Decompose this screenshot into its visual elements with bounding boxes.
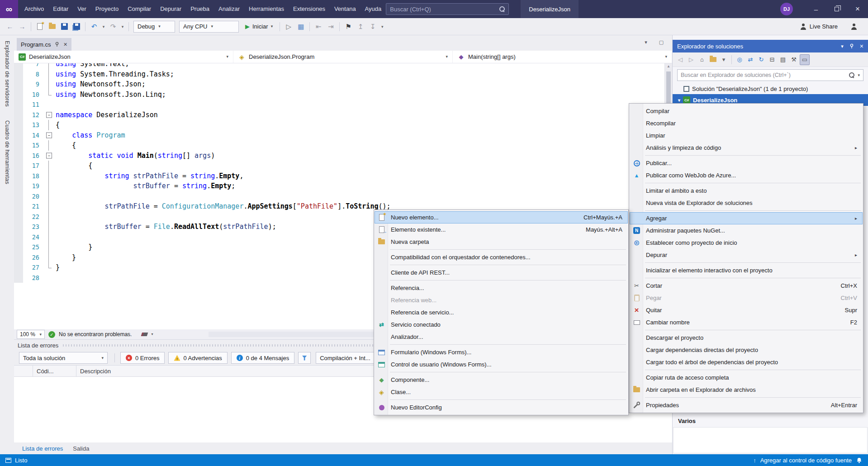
code-line-13[interactable]: 13{ bbox=[14, 120, 672, 130]
outline-gutter[interactable] bbox=[44, 110, 54, 120]
preview-selected-items-icon[interactable]: ▭ bbox=[800, 54, 810, 65]
start-debugging-button[interactable]: ▶ Iniciar ▾ bbox=[242, 21, 276, 33]
home-icon[interactable]: ⌂ bbox=[697, 54, 707, 65]
context-menu-item-publicar[interactable]: Publicar... bbox=[630, 157, 863, 169]
live-share-button[interactable]: Live Share bbox=[800, 23, 838, 30]
context-menu-item-descargar-el-proyecto[interactable]: Descargar el proyecto bbox=[630, 332, 863, 344]
breadcrumb-deserializejson-program[interactable]: DeserializeJson.Program▾ bbox=[233, 51, 453, 63]
severity-column-header[interactable] bbox=[14, 366, 33, 376]
rail-tab-cuadro-de-herramientas[interactable]: Cuadro de herramientas bbox=[4, 120, 10, 184]
close-panel-icon[interactable]: × bbox=[860, 43, 863, 50]
rail-tab-explorador-de-servidores[interactable]: Explorador de servidores bbox=[4, 41, 10, 107]
add-submenu-item-componente[interactable]: Componente... bbox=[375, 374, 628, 386]
add-submenu-item-nuevo-editorconfig[interactable]: Nuevo EditorConfig bbox=[375, 401, 628, 414]
add-submenu-item-referencia[interactable]: Referencia... bbox=[375, 282, 628, 294]
add-submenu-item-elemento-existente[interactable]: Elemento existente...Mayús.+Alt+A bbox=[375, 223, 628, 236]
unindent-icon[interactable]: ⇤ bbox=[313, 21, 324, 33]
breakpoint-gutter[interactable] bbox=[14, 161, 23, 171]
code-line-14[interactable]: 14 class Program bbox=[14, 130, 672, 141]
menu-proyecto[interactable]: Proyecto bbox=[91, 0, 123, 18]
outline-gutter[interactable] bbox=[44, 79, 54, 90]
breakpoint-gutter[interactable] bbox=[14, 140, 23, 151]
tab-program-cs[interactable]: Program.cs × bbox=[17, 38, 71, 51]
properties-tool-icon[interactable]: ⚒ bbox=[789, 54, 799, 65]
restore-button[interactable] bbox=[826, 0, 847, 18]
outline-gutter[interactable] bbox=[44, 130, 54, 141]
solution-explorer-header[interactable]: Explorador de soluciones ▾ × bbox=[673, 40, 868, 52]
debug-target-dropdown[interactable]: Debug▾ bbox=[133, 21, 175, 33]
panel-tab-lista-de-errores[interactable]: Lista de errores bbox=[18, 445, 67, 452]
add-submenu-item-referencia-de-servicio[interactable]: Referencia de servicio... bbox=[375, 306, 628, 319]
scroll-up-icon[interactable]: ▲ bbox=[665, 64, 672, 68]
outline-gutter[interactable] bbox=[44, 161, 54, 171]
minimize-button[interactable]: – bbox=[806, 0, 826, 18]
breakpoint-gutter[interactable] bbox=[14, 79, 23, 90]
undo-icon[interactable]: ↶ bbox=[89, 21, 100, 33]
new-project-icon[interactable] bbox=[34, 21, 45, 33]
outline-gutter[interactable] bbox=[44, 181, 54, 191]
context-menu-item-limpiar[interactable]: Limpiar bbox=[630, 129, 863, 142]
breakpoint-gutter[interactable] bbox=[14, 212, 23, 222]
code-line-20[interactable]: 20 bbox=[14, 191, 672, 202]
code-line-12[interactable]: 12namespace DeserializeJson bbox=[14, 110, 672, 120]
context-menu-item-establecer-como-proyecto-de-inicio[interactable]: Establecer como proyecto de inicio bbox=[630, 237, 863, 249]
breadcrumb-deserializejson[interactable]: DeserializeJson▾ bbox=[14, 51, 233, 63]
menu-compilar[interactable]: Compilar bbox=[123, 0, 156, 18]
context-menu-item-depurar[interactable]: Depurar▸ bbox=[630, 249, 863, 261]
solution-explorer-search[interactable]: ▾ bbox=[677, 69, 863, 81]
breakpoint-gutter[interactable] bbox=[14, 181, 23, 191]
menu-herramientas[interactable]: Herramientas bbox=[244, 0, 289, 18]
prev-bookmark-icon[interactable]: ↥ bbox=[355, 21, 366, 33]
breakpoint-gutter[interactable] bbox=[14, 90, 23, 100]
pending-changes-filter-icon[interactable]: ◎ bbox=[735, 54, 745, 65]
messages-filter-button[interactable]: 0 de 4 Mensajes bbox=[231, 352, 294, 364]
zoom-dropdown[interactable]: 100 % ▾ bbox=[17, 330, 45, 339]
breakpoint-gutter[interactable] bbox=[14, 120, 23, 130]
breakpoint-gutter[interactable] bbox=[14, 110, 23, 120]
expander-icon[interactable]: ▾ bbox=[678, 98, 680, 103]
breakpoint-gutter[interactable] bbox=[14, 191, 23, 202]
breakpoint-gutter[interactable] bbox=[14, 171, 23, 181]
breakpoint-gutter[interactable] bbox=[14, 222, 23, 232]
menu-analizar[interactable]: Analizar bbox=[214, 0, 244, 18]
outline-gutter[interactable] bbox=[44, 120, 54, 130]
outline-gutter[interactable] bbox=[44, 171, 54, 181]
menu-ventana[interactable]: Ventana bbox=[330, 0, 360, 18]
filter-button[interactable] bbox=[298, 352, 311, 364]
context-menu-item-cambiar-nombre[interactable]: Cambiar nombreF2 bbox=[630, 316, 863, 328]
platform-dropdown[interactable]: Any CPU▾ bbox=[179, 21, 239, 33]
context-menu-item-agregar[interactable]: Agregar▸ bbox=[630, 212, 863, 224]
show-all-files-icon[interactable]: ▤ bbox=[778, 54, 788, 65]
grid-preview-icon[interactable]: ▦ bbox=[295, 21, 306, 33]
breadcrumb-main-string-args[interactable]: Main(string[] args)▾ bbox=[453, 51, 672, 63]
breakpoint-gutter[interactable] bbox=[14, 232, 23, 243]
add-submenu-item-compatibilidad-con-el-orquestador-de-contenedores[interactable]: Compatibilidad con el orquestador de con… bbox=[375, 251, 628, 263]
outline-gutter[interactable] bbox=[44, 90, 54, 100]
context-menu-item-propiedades[interactable]: PropiedadesAlt+Entrar bbox=[630, 399, 863, 411]
bookmark-icon[interactable]: ⚑ bbox=[343, 21, 354, 33]
breakpoint-gutter[interactable] bbox=[14, 273, 23, 283]
breakpoint-gutter[interactable] bbox=[14, 242, 23, 252]
context-menu-item-publicar-como-webjob-de-azure[interactable]: Publicar como WebJob de Azure... bbox=[630, 169, 863, 181]
add-submenu-item-formulario-windows-forms[interactable]: Formulario (Windows Forms)... bbox=[375, 346, 628, 358]
add-submenu-item-nueva-carpeta[interactable]: Nueva carpeta bbox=[375, 236, 628, 248]
se-forward-icon[interactable]: ▷ bbox=[686, 54, 696, 65]
code-line-15[interactable]: 15 { bbox=[14, 140, 672, 151]
outline-gutter[interactable] bbox=[44, 100, 54, 110]
menu-ayuda[interactable]: Ayuda bbox=[360, 0, 386, 18]
context-menu-item-cargar-todo-el-arbol-de-dependencias-del-proyecto[interactable]: Cargar todo el árbol de dependencias del… bbox=[630, 356, 863, 368]
user-avatar[interactable]: DJ bbox=[780, 3, 793, 15]
context-menu-item-cortar[interactable]: CortarCtrl+X bbox=[630, 280, 863, 292]
collapse-all-icon[interactable]: ⊟ bbox=[767, 54, 777, 65]
undo-dropdown-chevron-icon[interactable]: ▾ bbox=[101, 21, 106, 33]
bell-icon[interactable] bbox=[856, 457, 863, 464]
solution-search-input[interactable] bbox=[681, 72, 846, 78]
feedback-icon[interactable] bbox=[851, 24, 857, 30]
next-bookmark-icon[interactable]: ↧ bbox=[367, 21, 378, 33]
menu-extensiones[interactable]: Extensiones bbox=[289, 0, 330, 18]
code-line-7[interactable]: 7using System.Text; bbox=[14, 63, 672, 69]
outline-gutter[interactable] bbox=[44, 63, 54, 69]
code-line-19[interactable]: 19 strBuffer = string.Empty; bbox=[14, 181, 672, 191]
add-submenu-item-analizador[interactable]: Analizador... bbox=[375, 331, 628, 343]
indent-icon[interactable]: ⇥ bbox=[325, 21, 336, 33]
